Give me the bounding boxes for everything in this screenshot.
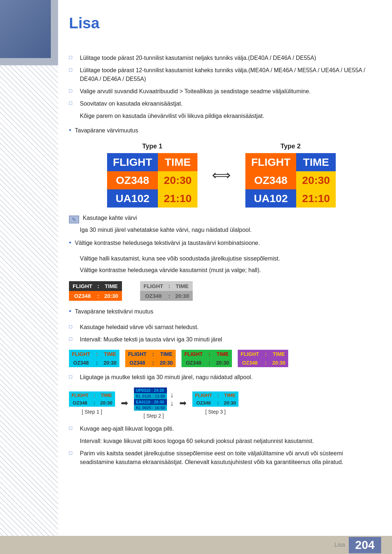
footer: Lisa 204	[0, 536, 392, 554]
step3-label: [ Step 3 ]	[205, 409, 226, 415]
ct4-h2: TIME	[269, 350, 288, 358]
step2-label: [ Step 2 ]	[143, 413, 164, 419]
contrast-tables-row: FLIGHT : TIME OZ348 : 20:30 FLIGHT : TIM…	[69, 281, 374, 301]
type1-block: Type 1 FLIGHT TIME OZ348 20:30 UA102 21:…	[107, 143, 197, 208]
ct-gray-h2: TIME	[172, 281, 193, 291]
ct3-r1c2: 20:30	[213, 358, 232, 367]
bullet-item-5: Tavapärane värvimuutus	[69, 126, 374, 135]
bullet-list-2: Tavapärane värvimuutus	[69, 126, 374, 135]
note-icon	[69, 216, 79, 223]
color-table-3: FLIGHT : TIME OZ348 : 20:30	[181, 350, 232, 367]
ct4-r1c1: OZ348	[238, 358, 262, 367]
bullet-item-2: Lülitage toode pärast 12-tunnilist kasut…	[69, 66, 374, 83]
ct2-r1sep: :	[150, 358, 157, 367]
footer-label: Lisa	[334, 542, 345, 548]
bullet-list-1: Lülitage toode pärast 20-tunnilist kasut…	[69, 54, 374, 120]
bullet-list-3: Vältige kontrastse heledusega tekstivärv…	[69, 238, 374, 248]
footer-page-number: 204	[349, 537, 381, 553]
arrow-bidirectional: ⟺	[212, 168, 231, 183]
ct4-sep: :	[262, 350, 270, 358]
t2-r2c1: UA102	[245, 189, 296, 208]
s1-h2: TIME	[98, 391, 115, 399]
ct2-r1c2: 20:30	[157, 358, 176, 367]
t2-r1c1: OZ348	[245, 171, 296, 189]
color-tables-row: FLIGHT : TIME OZ348 : 20:30 FLIGHT : TIM…	[69, 350, 374, 367]
s2-r3: EA0110 : 20:30	[134, 399, 167, 405]
step1-label: [ Step 1 ]	[82, 409, 102, 415]
note-row: Kasutage kahte värvi	[69, 215, 374, 223]
step3-box: FLIGHT : TIME OZ348 : 20:30 [ Step 3 ]	[192, 391, 238, 415]
color-table-2: FLIGHT : TIME OZ348 : 20:30	[125, 350, 176, 367]
ct3-h2: TIME	[213, 350, 232, 358]
s1-r1sep: :	[91, 399, 98, 407]
bullet-item-4: Soovitatav on kasutada ekraanisäästjat.	[69, 99, 374, 108]
s3-h2: TIME	[221, 391, 238, 399]
ct1-r1sep: :	[93, 358, 101, 367]
ct1-sep: :	[93, 350, 101, 358]
t1-r2c1: UA102	[107, 189, 158, 208]
ct2-r1c1: OZ348	[125, 358, 150, 367]
ct4-r1c2: 20:30	[269, 358, 288, 367]
ct-gray-h1: FLIGHT	[140, 281, 167, 291]
ct3-r1sep: :	[206, 358, 213, 367]
ct1-h2: TIME	[101, 350, 119, 358]
sub-item-8: Liigutage ja muutke teksti iga 30 minuti…	[69, 373, 374, 382]
step1-box: FLIGHT : TIME OZ348 : 20:30 [ Step 1 ]	[69, 391, 115, 415]
t2-r2c2: 21:10	[296, 189, 336, 208]
ct-dark-r1c1: OZ348	[69, 291, 96, 301]
step2-arrows: ↓ ↓	[170, 391, 173, 407]
t1-header2: TIME	[158, 153, 197, 171]
content-area: Lisa Lülitage toode pärast 20-tunnilist …	[62, 0, 392, 554]
t2-r1c2: 20:30	[296, 171, 336, 189]
sub-item-9: Kuvage aeg-ajalt liikuvat logoga pilti.	[69, 424, 374, 433]
ct4-h1: FLIGHT	[238, 350, 262, 358]
sub-item-9-sub: Intervall: kuvage liikuvat pilti koos lo…	[69, 437, 374, 446]
s3-r1c1: OZ348	[192, 399, 215, 407]
type2-label: Type 2	[245, 143, 336, 150]
sub-item-7b: Intervall: Muutke teksti ja tausta värvi…	[69, 335, 374, 344]
bullet-item-4-sub: Kõige parem on kasutada ühevärvilist või…	[69, 112, 374, 120]
type-comparison: Type 1 FLIGHT TIME OZ348 20:30 UA102 21:…	[69, 143, 374, 208]
color-table-4: FLIGHT : TIME OZ348 : 20:30	[238, 350, 288, 367]
sub-item-7a: Kasutage heledaid värve või sarnast hele…	[69, 323, 374, 332]
ct3-r1c1: OZ348	[181, 358, 206, 367]
ct2-h2: TIME	[157, 350, 176, 358]
s2-r4: KL 0025 : 16:50	[134, 405, 167, 411]
ct-gray-r1c2: 20:30	[172, 291, 193, 301]
ct-gray-r1c1: OZ348	[140, 291, 167, 301]
color-table-1: FLIGHT : TIME OZ348 : 20:30	[69, 350, 119, 367]
s1-h1: FLIGHT	[69, 391, 91, 399]
ct3-h1: FLIGHT	[181, 350, 206, 358]
step-arrow-2: ➡	[179, 398, 187, 408]
t2-header1: FLIGHT	[245, 153, 296, 171]
step-arrow-1: ➡	[121, 398, 128, 408]
bullet-item-6: Vältige kontrastse heledusega tekstivärv…	[69, 238, 374, 248]
ct1-r1c2: 20:30	[101, 358, 119, 367]
t1-r1c1: OZ348	[107, 171, 158, 189]
s3-h1: FLIGHT	[192, 391, 215, 399]
t2-header2: TIME	[296, 153, 336, 171]
contrast-table-gray: FLIGHT : TIME OZ348 : 20:30	[140, 281, 193, 301]
s1-r1c2: 20:30	[98, 399, 115, 407]
s3-r1c2: 20:30	[221, 399, 238, 407]
s3-sep: :	[215, 391, 221, 399]
ct-dark-r1c2: 20:30	[101, 291, 122, 301]
bullet-item-7: Tavapärane tekstivärvi muutus	[69, 307, 374, 316]
ct-dark-h1: FLIGHT	[69, 281, 96, 291]
ct4-r1sep: :	[262, 358, 270, 367]
t1-r2c2: 21:10	[158, 189, 197, 208]
t1-r1c2: 20:30	[158, 171, 197, 189]
sidebar-stripe	[0, 0, 58, 554]
bullet-item-3: Valige arvutil suvandid Kuvaatribuudid >…	[69, 87, 374, 96]
step1-table: FLIGHT : TIME OZ348 : 20:30	[69, 391, 115, 407]
contrast-table-dark: FLIGHT : TIME OZ348 : 20:30	[69, 281, 122, 301]
s2-r1: UP0310 : 24:20	[134, 387, 167, 393]
s1-r1c1: OZ348	[69, 399, 91, 407]
note-sub-text: Iga 30 minuti järel vahetatakse kahte vä…	[69, 226, 374, 234]
type1-label: Type 1	[107, 143, 197, 150]
ct3-sep: :	[206, 350, 213, 358]
page: Lisa Lülitage toode pärast 20-tunnilist …	[0, 0, 392, 554]
t1-header1: FLIGHT	[107, 153, 158, 171]
sub-list-8: Liigutage ja muutke teksti iga 30 minuti…	[69, 373, 374, 382]
ct2-h1: FLIGHT	[125, 350, 150, 358]
